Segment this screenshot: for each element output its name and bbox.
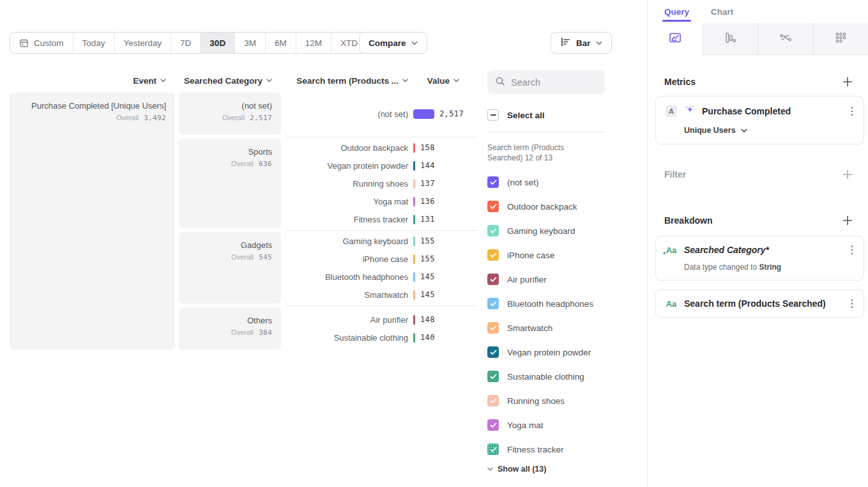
select-all[interactable]: Select all xyxy=(487,109,605,121)
metric-options-kebab-icon[interactable] xyxy=(848,105,856,118)
legend-item[interactable]: Vegan protein powder xyxy=(487,340,605,364)
bar-row[interactable]: (not set)2,517 xyxy=(287,105,477,123)
legend-item[interactable]: Air purifier xyxy=(487,267,605,291)
legend-item[interactable]: Outdoor backpack xyxy=(487,194,605,219)
bar-row[interactable]: iPhone case155 xyxy=(287,250,477,268)
checkbox[interactable] xyxy=(487,346,499,358)
checkbox[interactable] xyxy=(487,419,499,431)
legend-item-label: Vegan protein powder xyxy=(507,348,591,357)
legend-item[interactable]: Sustainable clothing xyxy=(487,364,605,389)
legend-item-label: Air purifier xyxy=(507,275,547,284)
metric-card[interactable]: A Purchase Completed Unique Users xyxy=(655,96,864,144)
date-range-7d[interactable]: 7D xyxy=(171,33,201,53)
legend-item[interactable]: iPhone case xyxy=(487,243,605,267)
tab-funnels[interactable] xyxy=(703,23,758,54)
tab-query[interactable]: Query xyxy=(664,7,689,17)
date-range-custom[interactable]: Custom xyxy=(10,33,73,53)
checkbox[interactable] xyxy=(487,249,499,261)
divider xyxy=(487,132,605,132)
term-label: Outdoor backpack xyxy=(287,143,408,153)
checkbox[interactable] xyxy=(487,274,499,285)
checkbox[interactable] xyxy=(487,225,499,236)
date-range-label: Yesterday xyxy=(124,38,162,48)
term-label: Yoga mat xyxy=(287,197,408,206)
category-cell[interactable]: GadgetsOverall545 xyxy=(179,232,281,304)
checkbox[interactable] xyxy=(487,395,499,406)
breakdown-card-searched-category[interactable]: Aa * Searched Category* Data type change… xyxy=(655,236,864,281)
chart-type-button[interactable]: Bar xyxy=(551,32,612,54)
category-cell[interactable]: SportsOverall636 xyxy=(179,139,281,228)
breakdown-card-search-term[interactable]: Aa Search term (Products Searched) xyxy=(655,290,864,318)
checkbox[interactable] xyxy=(487,201,499,212)
bar-row[interactable]: Gaming keyboard155 xyxy=(287,232,477,250)
modified-asterisk-icon: * xyxy=(663,251,666,258)
value-bar xyxy=(413,109,434,119)
date-range-3m[interactable]: 3M xyxy=(235,33,266,53)
value-label: 145 xyxy=(420,290,435,299)
bar-row[interactable]: Vegan protein powder144 xyxy=(287,157,477,174)
category-group-row: GadgetsOverall545Gaming keyboard155iPhon… xyxy=(179,232,477,304)
bar-row[interactable]: Air purifier148 xyxy=(287,311,477,329)
tab-flows[interactable] xyxy=(758,23,813,54)
category-group-row: OthersOverall384Air purifier148Sustainab… xyxy=(179,307,477,350)
select-all-checkbox[interactable] xyxy=(487,109,499,121)
bar-row[interactable]: Sustainable clothing140 xyxy=(287,329,477,346)
date-range-label: 3M xyxy=(244,38,256,48)
legend-item[interactable]: Running shoes xyxy=(487,389,605,413)
date-range-12m[interactable]: 12M xyxy=(296,33,331,53)
add-metric-button[interactable] xyxy=(841,75,854,88)
query-panel-tabs: Query Chart xyxy=(648,0,868,23)
bar-row[interactable]: Yoga mat136 xyxy=(287,192,477,210)
checkbox[interactable] xyxy=(487,371,499,382)
category-cell[interactable]: (not set)Overall2,517 xyxy=(179,93,281,135)
tab-insights[interactable] xyxy=(648,23,703,54)
legend-item[interactable]: Yoga mat xyxy=(487,413,605,437)
tab-retention[interactable] xyxy=(813,23,868,54)
bar-row[interactable]: Outdoor backpack158 xyxy=(287,139,477,157)
bar-row[interactable]: Smartwatch145 xyxy=(287,286,477,304)
value-label: 155 xyxy=(420,254,435,263)
event-cell[interactable]: Purchase Completed [Unique Users] Overal… xyxy=(10,93,175,350)
search-box[interactable] xyxy=(487,70,605,94)
legend-item[interactable]: Smartwatch xyxy=(487,316,605,340)
checkbox[interactable] xyxy=(487,444,499,455)
legend-item[interactable]: Bluetooth headphones xyxy=(487,291,605,316)
add-breakdown-button[interactable] xyxy=(841,214,854,227)
legend-item[interactable]: Gaming keyboard xyxy=(487,219,605,243)
bar-row[interactable]: Bluetooth headphones145 xyxy=(287,268,477,286)
category-name: Others xyxy=(188,316,272,325)
date-range-6m[interactable]: 6M xyxy=(266,33,296,53)
tab-chart[interactable]: Chart xyxy=(711,7,733,17)
flows-icon xyxy=(779,31,793,47)
breakdown-options-kebab-icon[interactable] xyxy=(848,244,856,256)
legend-item[interactable]: (not set) xyxy=(487,170,605,194)
checkbox[interactable] xyxy=(487,322,499,334)
value-label: 145 xyxy=(420,272,435,281)
chevron-down-icon xyxy=(741,128,747,133)
show-all-button[interactable]: Show all (13) xyxy=(487,465,605,474)
date-range-30d[interactable]: 30D xyxy=(201,33,235,53)
legend-item-label: Running shoes xyxy=(507,396,565,406)
column-header-value[interactable]: Value xyxy=(427,76,459,86)
date-range-yesterday[interactable]: Yesterday xyxy=(115,33,172,53)
breakdown-options-kebab-icon[interactable] xyxy=(848,297,856,310)
column-header-event[interactable]: Event xyxy=(10,76,175,86)
compare-button[interactable]: Compare xyxy=(359,32,427,54)
search-input[interactable] xyxy=(511,77,597,88)
date-range-today[interactable]: Today xyxy=(73,33,115,53)
bar-row[interactable]: Running shoes137 xyxy=(287,174,477,192)
term-label: Gaming keyboard xyxy=(287,236,408,246)
add-filter-button[interactable] xyxy=(841,168,854,181)
sort-chevron-icon xyxy=(160,79,166,82)
category-cell[interactable]: OthersOverall384 xyxy=(179,307,281,350)
column-header-search-term[interactable]: Search term (Products ... xyxy=(287,76,408,86)
column-header-category[interactable]: Searched Category xyxy=(179,76,281,86)
aggregation-selector[interactable]: Unique Users xyxy=(684,126,856,135)
legend-item[interactable]: Fitness tracker xyxy=(487,437,605,461)
checkbox[interactable] xyxy=(487,298,499,309)
checkbox[interactable] xyxy=(487,176,499,188)
breakdown-heading: Breakdown xyxy=(664,215,712,226)
chevron-down-icon xyxy=(487,467,493,471)
bar-row[interactable]: Fitness tracker131 xyxy=(287,210,477,228)
value-bar xyxy=(413,333,415,343)
